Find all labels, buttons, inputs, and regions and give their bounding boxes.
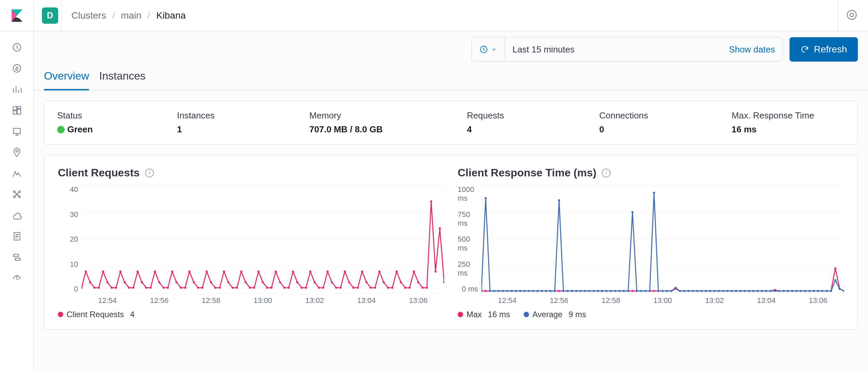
uptime-icon[interactable] — [10, 271, 24, 285]
space-selector[interactable]: D — [42, 7, 58, 24]
svg-point-195 — [506, 290, 508, 292]
time-picker[interactable]: Last 15 minutes Show dates — [472, 37, 783, 62]
plot-area[interactable] — [82, 185, 444, 293]
svg-point-199 — [523, 290, 525, 292]
visualize-icon[interactable] — [10, 83, 24, 96]
maps-icon[interactable] — [10, 146, 24, 159]
chart-client_requests: Client Requestsi40302010012:5412:5612:58… — [58, 167, 444, 319]
svg-point-198 — [519, 290, 521, 292]
svg-point-222 — [623, 290, 625, 292]
svg-point-257 — [774, 290, 776, 292]
apm-icon[interactable] — [10, 250, 24, 264]
svg-point-100 — [430, 200, 432, 202]
svg-point-12 — [16, 194, 18, 195]
svg-point-87 — [374, 287, 376, 289]
svg-point-23 — [98, 287, 100, 289]
svg-point-191 — [489, 290, 491, 292]
svg-point-54 — [231, 287, 233, 289]
stat-connections: Connections 0 — [599, 110, 725, 135]
svg-point-248 — [735, 290, 737, 292]
svg-point-32 — [137, 270, 139, 272]
plot-area[interactable] — [481, 185, 844, 293]
svg-point-235 — [679, 290, 681, 292]
y-axis: 403020100 — [58, 185, 82, 293]
svg-point-98 — [421, 287, 424, 289]
svg-point-205 — [549, 290, 551, 292]
graph-icon[interactable] — [10, 188, 24, 201]
svg-point-16 — [847, 10, 856, 19]
help-icon[interactable] — [846, 9, 859, 22]
svg-point-139 — [631, 290, 633, 292]
x-axis: 12:5412:5612:5813:0013:0213:0413:06 — [481, 293, 844, 305]
legend-item[interactable]: Max 16 ms — [458, 310, 510, 319]
dashboard-icon[interactable] — [10, 104, 24, 117]
time-range-text[interactable]: Last 15 minutes — [512, 44, 575, 55]
svg-point-245 — [722, 290, 724, 292]
svg-rect-6 — [14, 128, 20, 133]
svg-point-246 — [726, 290, 728, 292]
svg-point-262 — [795, 290, 797, 292]
svg-point-260 — [787, 290, 789, 292]
svg-point-259 — [782, 290, 784, 292]
svg-point-272 — [839, 288, 841, 290]
legend-item[interactable]: Average 9 ms — [524, 310, 586, 319]
info-icon[interactable]: i — [602, 169, 611, 177]
discover-icon[interactable] — [10, 62, 24, 75]
svg-point-36 — [154, 270, 156, 272]
svg-point-70 — [301, 287, 303, 289]
svg-point-270 — [830, 290, 832, 292]
svg-point-40 — [171, 270, 173, 272]
svg-point-85 — [365, 281, 367, 283]
canvas-icon[interactable] — [10, 125, 24, 138]
svg-point-256 — [770, 290, 772, 292]
infrastructure-icon[interactable] — [10, 209, 24, 222]
breadcrumb-item-clusters[interactable]: Clusters — [71, 10, 106, 21]
svg-point-94 — [404, 287, 406, 289]
legend-item[interactable]: Client Requests 4 — [58, 310, 135, 319]
svg-point-96 — [413, 270, 415, 272]
chart-legend: Max 16 msAverage 9 ms — [458, 310, 844, 319]
show-dates-link[interactable]: Show dates — [729, 44, 775, 55]
svg-point-269 — [826, 290, 828, 292]
svg-point-50 — [214, 287, 216, 289]
time-toolbar: Last 15 minutes Show dates Refresh — [34, 31, 868, 62]
svg-point-67 — [288, 287, 290, 289]
kibana-logo[interactable] — [0, 0, 34, 31]
svg-point-31 — [132, 287, 134, 289]
svg-point-56 — [240, 270, 242, 272]
svg-point-247 — [731, 290, 733, 292]
svg-point-197 — [515, 290, 517, 292]
svg-point-39 — [167, 287, 169, 289]
ml-icon[interactable] — [10, 167, 24, 180]
svg-rect-5 — [13, 111, 16, 114]
svg-point-103 — [443, 281, 444, 283]
main-area: D Clusters / main / Kibana — [34, 0, 868, 371]
svg-point-84 — [361, 270, 363, 272]
stat-status: Status Green — [57, 110, 170, 135]
recently-viewed-icon[interactable] — [10, 41, 24, 54]
charts-panel: Client Requestsi40302010012:5412:5612:58… — [44, 155, 858, 330]
svg-point-25 — [106, 281, 108, 283]
refresh-button[interactable]: Refresh — [790, 37, 858, 62]
svg-point-83 — [357, 287, 359, 289]
legend-dot-icon — [524, 312, 529, 317]
svg-point-1 — [13, 65, 21, 72]
tab-overview[interactable]: Overview — [44, 70, 89, 90]
svg-point-63 — [270, 287, 272, 289]
tab-instances[interactable]: Instances — [99, 70, 145, 90]
logs-icon[interactable] — [10, 230, 24, 243]
breadcrumb-item-main[interactable]: main — [121, 10, 141, 21]
svg-point-55 — [236, 287, 238, 289]
svg-point-92 — [395, 270, 397, 272]
svg-point-28 — [119, 270, 121, 272]
svg-point-263 — [800, 290, 802, 292]
svg-point-200 — [528, 290, 530, 292]
stat-max-response: Max. Response Time 16 ms — [732, 110, 845, 135]
info-icon[interactable]: i — [145, 169, 154, 177]
svg-point-35 — [150, 287, 152, 289]
svg-point-7 — [16, 150, 18, 152]
svg-point-220 — [614, 290, 616, 292]
svg-rect-3 — [17, 107, 21, 109]
time-picker-quick-select[interactable] — [472, 38, 505, 61]
svg-point-11 — [19, 196, 20, 198]
